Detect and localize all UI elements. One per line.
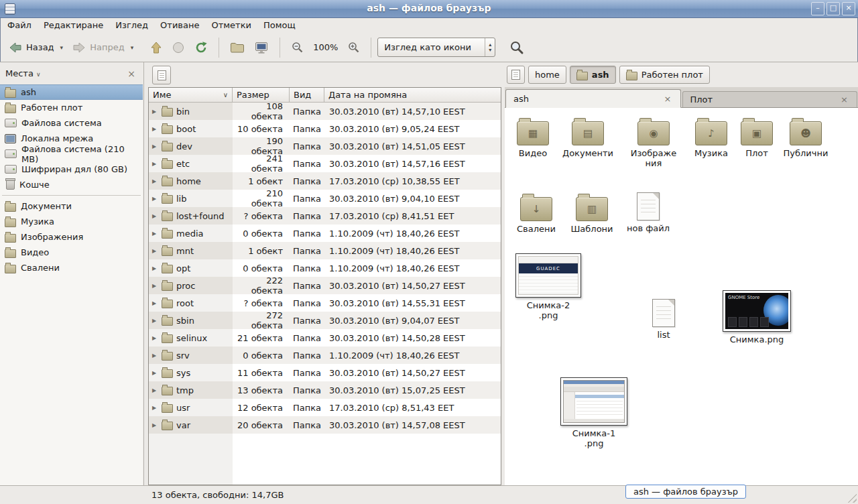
- icon-item-desktop[interactable]: ▣ Плот: [729, 117, 785, 158]
- sidebar-item-volume-210mb[interactable]: Файлова система (210 MB): [0, 146, 143, 162]
- icon-item-public[interactable]: ☻ Публични: [778, 117, 834, 158]
- sidebar-item-ash[interactable]: ash: [0, 84, 143, 100]
- icon-item-snimka[interactable]: GNOME Store Снимка.png: [722, 290, 792, 344]
- sidebar-item-encrypted-80gb[interactable]: Шифриран дял (80 GB): [0, 162, 143, 177]
- location-toggle-button[interactable]: [152, 66, 171, 84]
- sidebar-dropdown-icon[interactable]: ∨: [36, 71, 41, 78]
- back-dropdown[interactable]: ▾: [59, 41, 65, 54]
- menu-go[interactable]: Отиване: [154, 18, 205, 32]
- minimize-button[interactable]: –: [811, 2, 824, 15]
- icon-item-downloads[interactable]: ↓ Свалени: [508, 193, 564, 234]
- sidebar-item-desktop[interactable]: Работен плот: [0, 100, 143, 115]
- table-row[interactable]: ▶bin108 обектаПапка30.03.2010 (вт) 14,57…: [149, 103, 501, 120]
- computer-button[interactable]: [249, 38, 273, 58]
- tab-close-icon[interactable]: ×: [663, 94, 673, 104]
- sidebar-close-icon[interactable]: ×: [125, 68, 138, 79]
- icon-item-snimka2[interactable]: GUADEC Снимка-2.png: [513, 253, 583, 320]
- table-row[interactable]: ▶sbin272 обектаПапка30.03.2010 (вт) 9,04…: [149, 312, 501, 329]
- expander-icon[interactable]: ▶: [152, 300, 158, 306]
- table-row[interactable]: ▶home1 обектПапка17.03.2010 (ср) 10,38,5…: [149, 172, 501, 190]
- path-home-button[interactable]: home: [528, 66, 566, 84]
- location-toggle-button[interactable]: [507, 66, 525, 84]
- reload-button[interactable]: [190, 38, 212, 58]
- sidebar-title[interactable]: Места: [5, 68, 34, 78]
- sidebar-item-music[interactable]: Музика: [0, 214, 143, 229]
- path-desktop-button[interactable]: Работен плот: [619, 66, 710, 84]
- column-header-type[interactable]: Вид: [290, 88, 324, 103]
- zoom-out-button[interactable]: [286, 38, 308, 57]
- menu-view[interactable]: Изглед: [109, 18, 154, 32]
- expander-icon[interactable]: ▶: [152, 422, 158, 428]
- tab-plot[interactable]: Плот×: [682, 91, 858, 107]
- table-row[interactable]: ▶usr12 обектаПапка17.03.2010 (ср) 8,51,4…: [149, 399, 501, 416]
- tab-close-icon[interactable]: ×: [839, 94, 849, 105]
- icon-item-snimka1[interactable]: Снимка-1.png: [559, 377, 629, 448]
- expander-icon[interactable]: ▶: [152, 387, 158, 393]
- table-row[interactable]: ▶lost+found? обектаПапка17.03.2010 (ср) …: [149, 207, 501, 225]
- expander-icon[interactable]: ▶: [152, 318, 158, 324]
- maximize-button[interactable]: □: [826, 2, 840, 15]
- expander-icon[interactable]: ▶: [152, 196, 158, 202]
- sidebar-item-videos[interactable]: Видео: [0, 245, 143, 260]
- icon-item-list-file[interactable]: list: [635, 299, 692, 340]
- expander-icon[interactable]: ▶: [152, 283, 158, 289]
- table-row[interactable]: ▶root? обектаПапка30.03.2010 (вт) 14,55,…: [149, 294, 501, 312]
- expander-icon[interactable]: ▶: [152, 231, 158, 237]
- table-row[interactable]: ▶dev190 обектаПапка30.03.2010 (вт) 14,51…: [149, 137, 501, 155]
- expander-icon[interactable]: ▶: [152, 353, 158, 359]
- icon-item-documents[interactable]: ▤ Документи: [560, 117, 616, 158]
- column-header-name[interactable]: Име∨: [149, 88, 233, 103]
- home-button[interactable]: [225, 38, 249, 57]
- search-button[interactable]: [505, 37, 529, 58]
- icon-view[interactable]: ▦ Видео ▤ Документи ◉ Изображения ♪ Музи…: [505, 107, 858, 485]
- zoom-in-button[interactable]: [343, 38, 365, 57]
- tab-ash[interactable]: ash×: [505, 89, 681, 108]
- table-row[interactable]: ▶srv0 обектаПапка1.10.2009 (чт) 18,40,26…: [149, 346, 501, 364]
- menu-bookmarks[interactable]: Отметки: [205, 18, 257, 32]
- forward-dropdown[interactable]: ▾: [129, 41, 135, 54]
- resize-grip[interactable]: [847, 493, 857, 503]
- table-row[interactable]: ▶proc222 обектаПапка30.03.2010 (вт) 14,5…: [149, 277, 501, 294]
- sidebar-item-trash[interactable]: Кошче: [0, 177, 143, 192]
- path-ash-button[interactable]: ash: [570, 66, 616, 84]
- forward-button[interactable]: Напред: [68, 38, 129, 57]
- menu-help[interactable]: Помощ: [257, 18, 302, 32]
- table-row[interactable]: ▶lib210 обектаПапка30.03.2010 (вт) 9,04,…: [149, 190, 501, 207]
- expander-icon[interactable]: ▶: [152, 265, 158, 271]
- up-button[interactable]: [145, 38, 167, 58]
- table-row[interactable]: ▶etc241 обектаПапка30.03.2010 (вт) 14,57…: [149, 155, 501, 172]
- menu-file[interactable]: Файл: [1, 18, 38, 32]
- view-mode-select[interactable]: Изглед като икони ▴▾: [377, 38, 495, 57]
- close-button[interactable]: ×: [842, 2, 855, 15]
- sidebar-item-documents[interactable]: Документи: [0, 198, 143, 214]
- icon-item-new-file[interactable]: нов файл: [620, 192, 676, 233]
- menu-edit[interactable]: Редактиране: [38, 18, 109, 32]
- icon-item-templates[interactable]: ▥ Шаблони: [564, 193, 620, 234]
- icon-item-pictures[interactable]: ◉ Изображения: [625, 117, 682, 168]
- back-button[interactable]: Назад: [4, 38, 59, 57]
- expander-icon[interactable]: ▶: [152, 143, 158, 149]
- table-row[interactable]: ▶boot10 обектаПапка30.03.2010 (вт) 9,05,…: [149, 120, 501, 137]
- table-row[interactable]: ▶mnt1 обектПапка1.10.2009 (чт) 18,40,26 …: [149, 242, 501, 259]
- column-header-date[interactable]: Дата на промяна: [324, 88, 501, 103]
- stop-button[interactable]: [167, 38, 190, 58]
- icon-item-videos[interactable]: ▦ Видео: [505, 117, 561, 158]
- expander-icon[interactable]: ▶: [152, 126, 158, 132]
- expander-icon[interactable]: ▶: [152, 248, 158, 254]
- sidebar-item-downloads[interactable]: Свалени: [0, 260, 143, 275]
- titlebar[interactable]: ash — файлов браузър – □ ×: [0, 0, 858, 18]
- table-row[interactable]: ▶var20 обектаПапка30.03.2010 (вт) 14,57,…: [149, 416, 501, 434]
- column-header-size[interactable]: Размер: [233, 88, 290, 103]
- expander-icon[interactable]: ▶: [152, 109, 158, 115]
- sidebar-item-pictures[interactable]: Изображения: [0, 229, 143, 245]
- expander-icon[interactable]: ▶: [152, 178, 158, 184]
- table-row[interactable]: ▶opt0 обектаПапка1.10.2009 (чт) 18,40,26…: [149, 259, 501, 277]
- spinner-arrows-icon[interactable]: ▴▾: [485, 38, 495, 56]
- table-row[interactable]: ▶selinux21 обектаПапка30.03.2010 (вт) 14…: [149, 329, 501, 346]
- expander-icon[interactable]: ▶: [152, 370, 158, 376]
- table-row[interactable]: ▶sys11 обектаПапка30.03.2010 (вт) 14,50,…: [149, 364, 501, 381]
- expander-icon[interactable]: ▶: [152, 335, 158, 341]
- table-row[interactable]: ▶media0 обектаПапка1.10.2009 (чт) 18,40,…: [149, 225, 501, 242]
- sidebar-item-filesystem[interactable]: Файлова система: [0, 115, 143, 131]
- expander-icon[interactable]: ▶: [152, 213, 158, 219]
